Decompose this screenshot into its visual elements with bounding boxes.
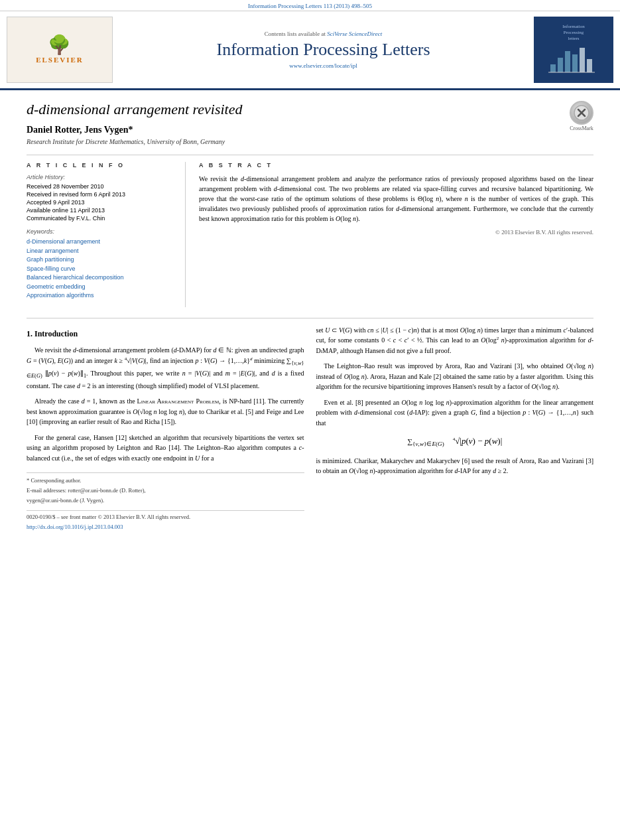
body-right-column: set U ⊂ V(G) with cn ≤ |U| ≤ (1 − c)n) t… — [316, 325, 594, 533]
authors: Daniel Rotter, Jens Vygen* — [27, 125, 242, 135]
article-info-heading: A R T I C L E I N F O — [27, 162, 176, 169]
footnote-issn: 0020-0190/$ – see front matter © 2013 El… — [27, 514, 304, 522]
journal-banner-center: Contents lists available at SciVerse Sci… — [113, 31, 534, 69]
keyword-3[interactable]: Graph partitioning — [27, 255, 176, 265]
keywords-block: Keywords: d-Dimensional arrangement Line… — [27, 228, 176, 301]
ipl-mini-title: InformationProcessingletters — [562, 24, 584, 42]
abstract-column: A B S T R A C T We revisit the d-dimensi… — [199, 162, 593, 307]
svg-rect-0 — [550, 64, 556, 72]
received-date: Received 28 November 2010 — [27, 183, 176, 190]
abstract-heading: A B S T R A C T — [199, 162, 593, 169]
history-label: Article History: — [27, 174, 176, 180]
article-title: d-dimensional arrangement revisited — [27, 101, 242, 118]
communicated-by: Communicated by F.V.L. Chin — [27, 215, 176, 222]
sciverse-link[interactable]: SciVerse ScienceDirect — [327, 31, 382, 37]
journal-citation-bar: Information Processing Letters 113 (2013… — [0, 0, 620, 11]
copyright-line: © 2013 Elsevier B.V. All rights reserved… — [199, 229, 593, 236]
keyword-4[interactable]: Space-filling curve — [27, 265, 176, 274]
elsevier-logo-area: 🌳 ELSEVIER — [7, 17, 113, 83]
svg-rect-1 — [558, 58, 563, 72]
keyword-1[interactable]: d-Dimensional arrangement — [27, 238, 176, 247]
keyword-7[interactable]: Approximation algorithms — [27, 291, 176, 301]
article-info-column: A R T I C L E I N F O Article History: R… — [27, 162, 186, 307]
keywords-label: Keywords: — [27, 228, 176, 235]
right-para-2: The Leighton–Rao result was improved by … — [316, 361, 594, 392]
footnote-corresponding: * Corresponding author. — [27, 477, 304, 485]
journal-banner: 🌳 ELSEVIER Contents lists available at S… — [0, 11, 620, 90]
intro-para-3: For the general case, Hansen [12] sketch… — [27, 433, 304, 464]
received-revised-date: Received in revised form 6 April 2013 — [27, 191, 176, 198]
footnote-doi[interactable]: http://dx.doi.org/10.1016/j.ipl.2013.04.… — [27, 524, 304, 531]
journal-citation-text: Information Processing Letters 113 (2013… — [248, 3, 372, 9]
right-para-3: Even et al. [8] presented an O(log n log… — [316, 397, 594, 429]
svg-rect-2 — [565, 51, 570, 72]
crossmark-label: CrossMark — [570, 125, 593, 131]
svg-rect-5 — [587, 59, 592, 72]
body-left-column: 1. Introduction We revisit the d-dimensi… — [27, 325, 304, 533]
body-divider — [27, 318, 593, 318]
svg-rect-3 — [572, 54, 578, 72]
footnote-email1: E-mail addresses: rotter@or.uni-bonn.de … — [27, 487, 304, 495]
crossmark-icon[interactable] — [570, 101, 593, 125]
section-1-title: 1. Introduction — [27, 328, 304, 340]
article-metadata-section: A R T I C L E I N F O Article History: R… — [27, 155, 593, 307]
keyword-6[interactable]: Geometric embedding — [27, 283, 176, 292]
paper-footer: * Corresponding author. E-mail addresses… — [27, 472, 304, 531]
contents-text: Contents lists available at — [265, 31, 326, 37]
history-block: Article History: Received 28 November 20… — [27, 174, 176, 222]
available-date: Available online 11 April 2013 — [27, 207, 176, 214]
elsevier-logo: 🌳 ELSEVIER — [36, 36, 84, 64]
keyword-5[interactable]: Balanced hierarchical decomposition — [27, 273, 176, 283]
main-content: d-dimensional arrangement revisited Dani… — [0, 90, 620, 547]
elsevier-wordmark: ELSEVIER — [36, 56, 84, 64]
formula-block: ∑{v,w}∈E(G) 4√|p(v) − p(w)| — [316, 435, 594, 449]
right-para-4: is minimized. Charikar, Makarychev and M… — [316, 456, 594, 476]
accepted-date: Accepted 9 April 2013 — [27, 199, 176, 206]
body-columns: 1. Introduction We revisit the d-dimensi… — [27, 325, 593, 533]
crossmark-badge-area[interactable]: CrossMark — [566, 104, 593, 129]
intro-para-1: We revisit the d-dimensional arrangement… — [27, 345, 304, 391]
right-para-1: set U ⊂ V(G) with cn ≤ |U| ≤ (1 − c)n) t… — [316, 325, 594, 356]
journal-url[interactable]: www.elsevier.com/locate/ipl — [119, 62, 527, 69]
sciverse-line: Contents lists available at SciVerse Sci… — [119, 31, 527, 37]
keywords-list: d-Dimensional arrangement Linear arrange… — [27, 238, 176, 301]
elsevier-tree-icon: 🌳 — [36, 36, 84, 54]
banner-right-graphic: InformationProcessingletters — [534, 17, 613, 83]
footnote-email2: vygen@or.uni-bonn.de (J. Vygen). — [27, 497, 304, 505]
ipl-graphic: InformationProcessingletters — [536, 19, 611, 80]
affiliation: Research Institute for Discrete Mathemat… — [27, 138, 242, 145]
journal-title: Information Processing Letters — [119, 40, 527, 60]
ipl-graph-icon — [547, 44, 600, 76]
intro-para-2: Already the case d = 1, known as the Lin… — [27, 396, 304, 427]
abstract-text: We revisit the d-dimensional arrangement… — [199, 174, 593, 224]
keyword-2[interactable]: Linear arrangement — [27, 247, 176, 256]
svg-rect-4 — [580, 48, 585, 72]
